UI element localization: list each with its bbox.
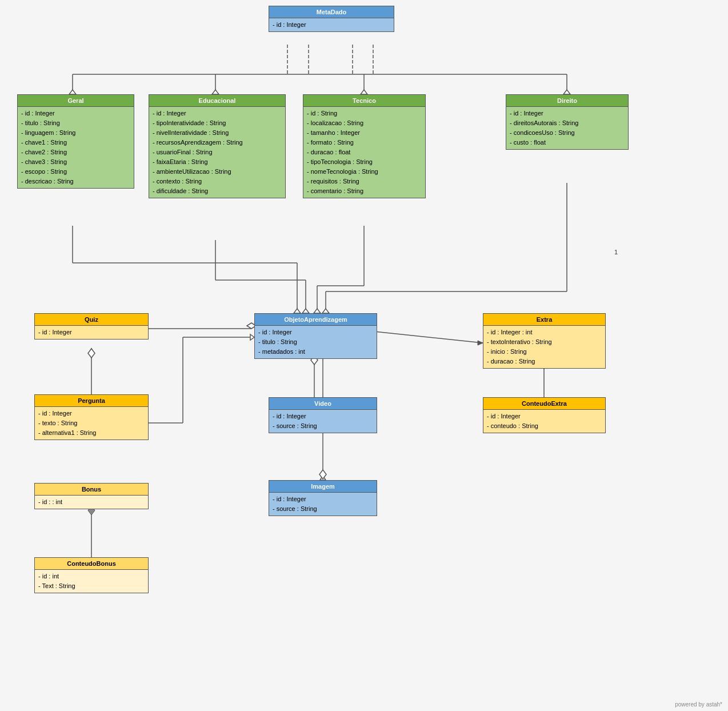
- class-geral: Geral - id : Integer - titulo : String -…: [17, 94, 134, 189]
- watermark: powered by astah*: [675, 701, 722, 708]
- field: - linguagem : String: [21, 128, 130, 138]
- class-tecnico-header: Tecnico: [303, 95, 425, 107]
- field: - id : Integer: [273, 494, 373, 504]
- field: - conteudo : String: [487, 421, 602, 431]
- field: - metadados : int: [258, 347, 373, 357]
- class-quiz-body: - id : Integer: [35, 326, 148, 339]
- class-conteudo-bonus-body: - id : int - Text : String: [35, 570, 148, 593]
- field: - alternativa1 : String: [38, 428, 145, 438]
- field: - id : Integer: [510, 109, 625, 118]
- class-extra-body: - id : Integer : int - textoInterativo :…: [483, 326, 605, 368]
- field: - id : Integer: [258, 327, 373, 337]
- class-bonus: Bonus - id : : int: [34, 483, 149, 509]
- class-bonus-body: - id : : int: [35, 496, 148, 509]
- class-bonus-header: Bonus: [35, 484, 148, 496]
- class-direito-body: - id : Integer - direitosAutorais : Stri…: [506, 107, 628, 149]
- class-imagem-body: - id : Integer - source : String: [269, 493, 377, 516]
- field: - texto : String: [38, 418, 145, 428]
- class-conteudo-extra: ConteudoExtra - id : Integer - conteudo …: [483, 397, 606, 433]
- field: - descricao : String: [21, 177, 130, 186]
- svg-marker-35: [322, 309, 329, 313]
- field: - id : Integer : int: [487, 327, 602, 337]
- class-metadado-header: MetaDado: [269, 6, 394, 18]
- field: - source : String: [273, 504, 373, 514]
- class-pergunta: Pergunta - id : Integer - texto : String…: [34, 394, 149, 440]
- field: - textoInterativo : String: [487, 337, 602, 347]
- class-quiz-header: Quiz: [35, 314, 148, 326]
- class-conteudo-bonus: ConteudoBonus - id : int - Text : String: [34, 557, 149, 593]
- class-extra: Extra - id : Integer : int - textoIntera…: [483, 313, 606, 369]
- field: - duracao : String: [487, 357, 602, 366]
- class-tecnico-body: - id : String - localizacao : String - t…: [303, 107, 425, 198]
- field: - direitosAutorais : String: [510, 118, 625, 128]
- svg-marker-55: [250, 334, 254, 340]
- field: - dificuldade : String: [153, 186, 282, 196]
- field: - tamanho : Integer: [307, 128, 422, 138]
- field: - requisitos : String: [307, 177, 422, 186]
- class-educacional: Educacional - id : Integer - tipoInterat…: [149, 94, 286, 198]
- class-direito-header: Direito: [506, 95, 628, 107]
- svg-marker-37: [89, 349, 94, 353]
- svg-marker-31: [314, 309, 321, 313]
- class-geral-header: Geral: [18, 95, 134, 107]
- class-video: Video - id : Integer - source : String: [269, 397, 377, 433]
- class-tecnico: Tecnico - id : String - localizacao : St…: [303, 94, 426, 198]
- field: - tipoTecnologia : String: [307, 157, 422, 167]
- field: - recursosAprendizagem : String: [153, 138, 282, 147]
- class-geral-body: - id : Integer - titulo : String - lingu…: [18, 107, 134, 188]
- field: - id : Integer: [38, 409, 145, 418]
- svg-marker-27: [302, 309, 309, 313]
- field: - id : Integer: [273, 20, 390, 30]
- field: - contexto : String: [153, 177, 282, 186]
- field: - tipoInteratividade : String: [153, 118, 282, 128]
- svg-marker-38: [88, 349, 95, 358]
- class-pergunta-body: - id : Integer - texto : String - altern…: [35, 407, 148, 440]
- field: - source : String: [273, 421, 373, 431]
- field: - titulo : String: [21, 118, 130, 128]
- class-conteudo-bonus-header: ConteudoBonus: [35, 558, 148, 570]
- svg-marker-15: [212, 90, 219, 94]
- field: - Text : String: [38, 581, 145, 591]
- field: - chave2 : String: [21, 147, 130, 157]
- class-conteudo-extra-header: ConteudoExtra: [483, 398, 605, 410]
- field: - id : Integer: [487, 412, 602, 421]
- field: - titulo : String: [258, 337, 373, 347]
- field: - duracao : float: [307, 147, 422, 157]
- svg-marker-23: [294, 309, 301, 313]
- field: - inicio : String: [487, 347, 602, 357]
- svg-marker-19: [563, 90, 570, 94]
- field: - chave1 : String: [21, 138, 130, 147]
- field: - condicoesUso : String: [510, 128, 625, 138]
- field: - id : Integer: [273, 412, 373, 421]
- field: - id : Integer: [38, 327, 145, 337]
- class-quiz: Quiz - id : Integer: [34, 313, 149, 339]
- class-metadado: MetaDado - id : Integer: [269, 6, 394, 32]
- field: - id : int: [38, 572, 145, 581]
- field: - chave3 : String: [21, 157, 130, 167]
- field: - id : Integer: [21, 109, 130, 118]
- class-imagem-header: Imagem: [269, 481, 377, 493]
- svg-marker-58: [319, 470, 326, 479]
- diagram-container: 1 MetaDado - id : Integer Geral - id : I…: [0, 0, 728, 711]
- field: - id : Integer: [153, 109, 282, 118]
- field: - nivelInteratividade : String: [153, 128, 282, 138]
- class-educacional-header: Educacional: [149, 95, 285, 107]
- class-objeto-aprendizagem-header: ObjetoAprendizagem: [255, 314, 377, 326]
- svg-line-47: [374, 331, 483, 343]
- svg-text:1: 1: [614, 249, 618, 255]
- svg-marker-43: [320, 476, 326, 480]
- field: - custo : float: [510, 138, 625, 147]
- class-educacional-body: - id : Integer - tipoInteratividade : St…: [149, 107, 285, 198]
- field: - id : String: [307, 109, 422, 118]
- class-video-header: Video: [269, 398, 377, 410]
- class-direito: Direito - id : Integer - direitosAutorai…: [506, 94, 629, 150]
- class-metadado-body: - id : Integer: [269, 18, 394, 31]
- field: - usuarioFinal : String: [153, 147, 282, 157]
- class-objeto-aprendizagem-body: - id : Integer - titulo : String - metad…: [255, 326, 377, 358]
- field: - localizacao : String: [307, 118, 422, 128]
- field: - escopo : String: [21, 167, 130, 177]
- svg-marker-48: [478, 341, 483, 345]
- class-video-body: - id : Integer - source : String: [269, 410, 377, 433]
- class-imagem: Imagem - id : Integer - source : String: [269, 480, 377, 516]
- field: - ambienteUtilizacao : String: [153, 167, 282, 177]
